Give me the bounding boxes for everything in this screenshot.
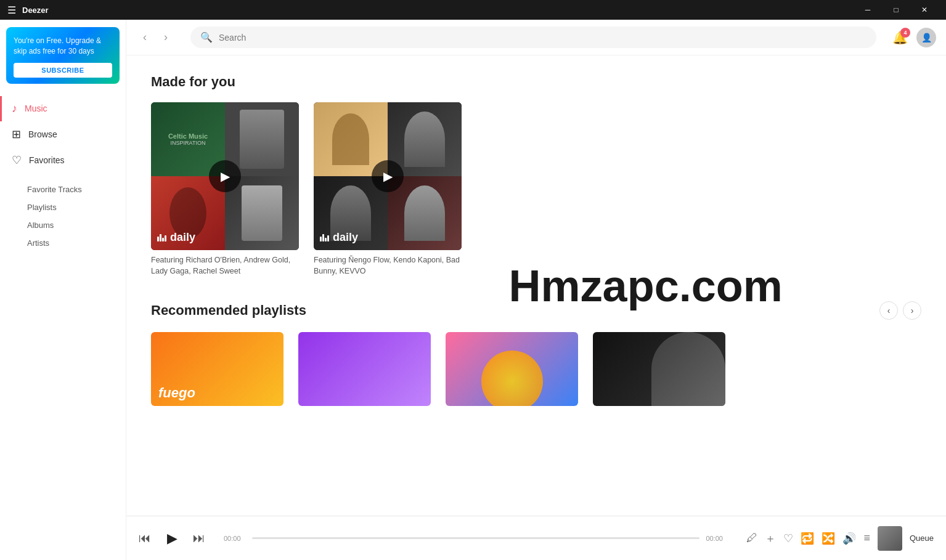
daily-card-1-thumb: Celtic Music INSPIRATION [151, 102, 299, 250]
section-title-recommended: Recommended playlists [151, 302, 306, 319]
made-for-you-section: Made for you Celtic Music [151, 74, 921, 277]
sidebar-label-music: Music [25, 103, 47, 113]
total-time: 00:00 [706, 535, 728, 542]
section-title-made-for-you: Made for you [151, 74, 235, 90]
shuffle-button[interactable]: 🔀 [822, 532, 835, 545]
play-button-1[interactable]: ▶ [209, 160, 241, 192]
daily-label-2: daily [333, 231, 358, 244]
back-button[interactable]: ‹ [136, 29, 153, 46]
window-controls: ─ □ ✕ [854, 0, 939, 20]
browse-icon: ⊞ [12, 128, 21, 141]
daily-bars-icon-2 [320, 234, 329, 241]
minimize-button[interactable]: ─ [854, 0, 882, 20]
sidebar-label-browse: Browse [28, 129, 57, 139]
upgrade-text: You're on Free. Upgrade & skip ads free … [14, 36, 112, 57]
topbar-right: 🔔 4 👤 [892, 28, 936, 47]
recommended-next-button[interactable]: › [903, 301, 921, 320]
content-area: Hmzapc.com Made for you [126, 55, 946, 516]
main-nav: ♪ Music ⊞ Browse ♡ Favorites [0, 91, 126, 178]
player-progress-area: 00:00 00:00 [224, 535, 728, 542]
fuego-label: fuego [158, 385, 195, 401]
play-button-2[interactable]: ▶ [372, 160, 404, 192]
sidebar-item-playlists[interactable]: Playlists [0, 198, 126, 216]
sidebar-item-browse[interactable]: ⊞ Browse [0, 121, 126, 147]
sidebar-item-artists[interactable]: Artists [0, 234, 126, 252]
titlebar: ☰ Deezer ─ □ ✕ [0, 0, 946, 20]
queue-thumbnail[interactable] [878, 526, 902, 551]
section-header-made-for-you: Made for you [151, 74, 921, 90]
maximize-button[interactable]: □ [882, 0, 910, 20]
playlist-card-fuego[interactable]: fuego [151, 332, 283, 406]
daily-card-1[interactable]: Celtic Music INSPIRATION [151, 102, 299, 277]
recommended-prev-button[interactable]: ‹ [879, 301, 898, 320]
made-for-you-cards: Celtic Music INSPIRATION [151, 102, 921, 277]
like-button[interactable]: ♡ [783, 532, 793, 545]
section-navigation: ‹ › [879, 301, 921, 320]
favorites-icon: ♡ [12, 153, 22, 167]
main-content: ‹ › 🔍 🔔 4 👤 Hmzapc.com [126, 20, 946, 560]
queue-label[interactable]: Queue [910, 534, 934, 543]
add-to-library-button[interactable]: ＋ [765, 531, 776, 546]
search-bar[interactable]: 🔍 [190, 26, 876, 48]
play-pause-button[interactable]: ▶ [160, 526, 184, 551]
prev-track-button[interactable]: ⏮ [139, 531, 151, 545]
recommended-playlists-section: Recommended playlists ‹ › fuego [151, 301, 921, 406]
upgrade-banner: You're on Free. Upgrade & skip ads free … [6, 27, 120, 84]
playlist-card-dark[interactable] [593, 332, 725, 406]
card-2-desc: Featuring Ñengo Flow, Kendo Kaponi, Bad … [314, 255, 462, 277]
menu-icon[interactable]: ☰ [7, 4, 16, 16]
nav-arrows: ‹ › [136, 29, 174, 46]
playlist-card-pink[interactable] [446, 332, 578, 406]
daily-card-2-thumb: daily ▶ [314, 102, 462, 250]
sidebar-label-favorites: Favorites [29, 155, 65, 165]
music-icon: ♪ [12, 102, 17, 115]
avatar[interactable]: 👤 [916, 28, 936, 47]
daily-overlay-2: daily [320, 231, 358, 244]
search-icon: 🔍 [200, 31, 213, 43]
daily-card-2[interactable]: daily ▶ Featuring Ñengo Flow, Kendo Kapo… [314, 102, 462, 277]
app-title: Deezer [22, 6, 49, 15]
topbar: ‹ › 🔍 🔔 4 👤 [126, 20, 946, 55]
player-right-controls: 🖊 ＋ ♡ 🔁 🔀 🔊 ≡ Queue [746, 526, 934, 551]
forward-button[interactable]: › [157, 29, 174, 46]
recommended-playlists-row: fuego [151, 332, 921, 406]
repeat-button[interactable]: 🔁 [801, 532, 814, 545]
subscribe-button[interactable]: SUBSCRIBE [14, 63, 112, 78]
card-1-desc: Featuring Richard O'Brien, Andrew Gold, … [151, 255, 299, 277]
notification-badge: 4 [900, 28, 910, 38]
sidebar-item-favorite-tracks[interactable]: Favorite Tracks [0, 181, 126, 198]
sidebar-item-albums[interactable]: Albums [0, 216, 126, 234]
notification-button[interactable]: 🔔 4 [892, 30, 908, 45]
playlist-card-purple[interactable] [298, 332, 431, 406]
daily-label-1: daily [170, 231, 195, 244]
player-controls: ⏮ ▶ ⏭ [139, 526, 205, 551]
daily-bars-icon [157, 234, 166, 241]
equalizer-button[interactable]: ≡ [863, 532, 870, 545]
avatar-icon: 👤 [921, 33, 932, 43]
current-time: 00:00 [224, 535, 246, 542]
app-body: You're on Free. Upgrade & skip ads free … [0, 20, 946, 560]
daily-overlay-1: daily [157, 231, 195, 244]
favorites-subnav: Favorite Tracks Playlists Albums Artists [0, 178, 126, 257]
sidebar-item-music[interactable]: ♪ Music [0, 96, 126, 121]
player-bar: ⏮ ▶ ⏭ 00:00 00:00 🖊 ＋ ♡ 🔁 🔀 🔊 ≡ Qu [126, 516, 946, 560]
titlebar-left: ☰ Deezer [7, 4, 49, 16]
volume-button[interactable]: 🔊 [842, 532, 856, 545]
next-track-button[interactable]: ⏭ [193, 531, 205, 545]
section-header-recommended: Recommended playlists ‹ › [151, 301, 921, 320]
sidebar: You're on Free. Upgrade & skip ads free … [0, 20, 126, 560]
search-input[interactable] [219, 33, 866, 43]
close-button[interactable]: ✕ [910, 0, 939, 20]
sidebar-item-favorites[interactable]: ♡ Favorites [0, 147, 126, 173]
progress-track[interactable] [252, 537, 699, 539]
lyrics-button[interactable]: 🖊 [746, 532, 757, 545]
